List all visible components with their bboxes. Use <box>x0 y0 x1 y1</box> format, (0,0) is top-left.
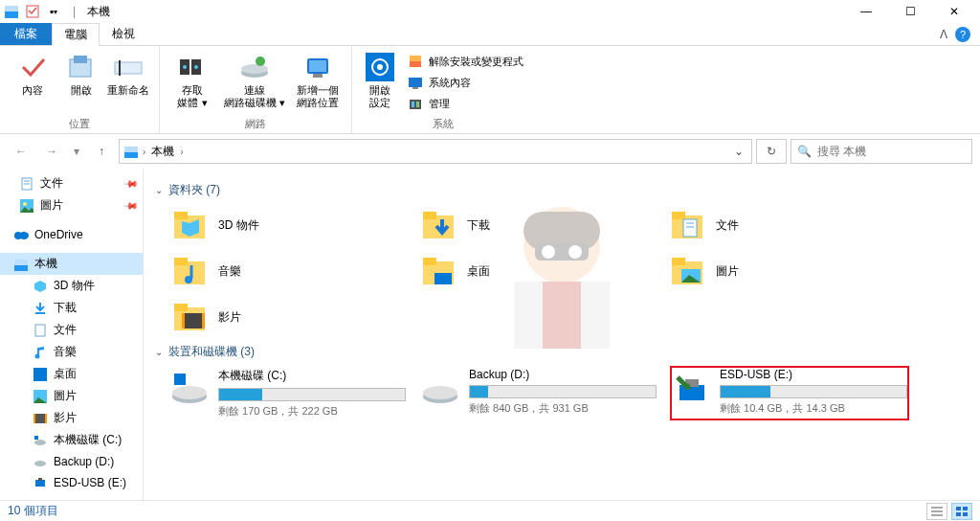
search-input[interactable]: 🔍 搜尋 本機 <box>791 139 972 164</box>
help-icon[interactable]: ? <box>955 27 970 42</box>
manage-button[interactable]: 管理 <box>404 94 527 113</box>
chevron-icon[interactable]: › <box>143 147 145 157</box>
drives-group-header[interactable]: ⌄ 裝置和磁碟機 (3) <box>155 338 969 366</box>
rename-button[interactable]: 重新命名 <box>103 48 153 115</box>
nav-cdrive[interactable]: 本機磁碟 (C:) <box>0 429 143 451</box>
group-label-network: 網路 <box>166 115 345 133</box>
ribbon-group-network: 存取媒體 ▾ 連線網路磁碟機 ▾ 新增一個網路位置 網路 <box>160 46 352 133</box>
group-label-system: 系統 <box>358 115 527 133</box>
folder-3dobjects[interactable]: 3D 物件 <box>168 204 379 246</box>
item-count: 10 個項目 <box>8 503 58 519</box>
nav-onedrive[interactable]: OneDrive <box>0 224 143 245</box>
folder-desktop[interactable]: 桌面 <box>417 250 628 292</box>
svg-rect-65 <box>672 212 685 219</box>
tab-file[interactable]: 檔案 <box>0 23 52 45</box>
svg-rect-76 <box>672 258 685 265</box>
properties-button[interactable]: 內容 <box>6 48 59 115</box>
add-network-location-button[interactable]: 新增一個網路位置 <box>290 48 345 115</box>
open-button[interactable]: 開啟 <box>61 48 101 115</box>
icons-view-button[interactable] <box>951 503 972 520</box>
svg-rect-79 <box>174 304 188 311</box>
svg-point-9 <box>183 65 187 69</box>
drive-usage-text: 剩餘 170 GB，共 222 GB <box>218 404 406 419</box>
back-button[interactable]: ← <box>8 140 34 163</box>
svg-rect-88 <box>679 385 704 400</box>
content-pane[interactable]: ⌄ 資料夾 (7) 3D 物件 下載 文件 音樂 桌面 圖片 影片 ⌄ 裝置和磁… <box>144 169 980 502</box>
folders-grid: 3D 物件 下載 文件 音樂 桌面 圖片 影片 <box>155 204 969 338</box>
maximize-button[interactable]: ☐ <box>888 0 932 23</box>
svg-rect-80 <box>184 313 203 328</box>
svg-point-47 <box>34 440 46 445</box>
nav-desktop[interactable]: 桌面 <box>0 363 143 385</box>
drive-usage-text: 剩餘 10.4 GB，共 14.3 GB <box>720 401 907 416</box>
nav-downloads[interactable]: 下載 <box>0 297 143 319</box>
nav-music[interactable]: 音樂 <box>0 341 143 363</box>
drive-icon <box>421 368 459 406</box>
tab-computer[interactable]: 電腦 <box>52 23 100 46</box>
access-media-button[interactable]: 存取媒體 ▾ <box>166 48 219 115</box>
svg-rect-46 <box>45 414 47 423</box>
svg-rect-70 <box>174 258 188 265</box>
navigation-pane[interactable]: 文件📌 圖片📌 OneDrive 本機 3D 物件 下載 文件 音樂 桌面 圖片… <box>0 169 144 502</box>
drive-usage-bar <box>469 385 657 398</box>
nav-ddrive[interactable]: Backup (D:) <box>0 451 143 472</box>
drive-usage-bar <box>218 388 406 401</box>
svg-rect-26 <box>416 102 419 107</box>
close-button[interactable]: ✕ <box>932 0 976 23</box>
nav-edrive[interactable]: ESD-USB (E:) <box>0 472 143 493</box>
drive-d[interactable]: Backup (D:)剩餘 840 GB，共 931 GB <box>419 366 658 420</box>
svg-point-33 <box>23 202 27 206</box>
folders-group-header[interactable]: ⌄ 資料夾 (7) <box>155 176 969 204</box>
svg-rect-60 <box>174 212 188 219</box>
nav-documents[interactable]: 文件📌 <box>0 172 143 194</box>
folder-music[interactable]: 音樂 <box>168 250 379 292</box>
svg-rect-96 <box>963 512 968 516</box>
search-placeholder: 搜尋 本機 <box>817 144 866 160</box>
details-view-button[interactable] <box>926 503 947 520</box>
recent-locations-button[interactable]: ▾ <box>69 140 84 163</box>
usb-drive-icon <box>672 368 710 406</box>
chevron-down-icon: ⌄ <box>155 347 163 357</box>
nav-videos[interactable]: 影片 <box>0 407 143 429</box>
pin-icon: 📌 <box>123 197 139 213</box>
ribbon-collapse-icon[interactable]: ᐱ <box>940 28 947 41</box>
separator: | <box>73 5 76 18</box>
nav-3dobjects[interactable]: 3D 物件 <box>0 275 143 297</box>
refresh-button[interactable]: ↻ <box>756 139 787 164</box>
folder-pictures[interactable]: 圖片 <box>666 250 877 292</box>
drives-header-label: 裝置和磁碟機 (3) <box>168 344 255 360</box>
minimize-button[interactable]: — <box>844 0 888 23</box>
breadcrumb-thispc[interactable]: 本機 <box>149 144 176 160</box>
qat-dropdown-icon[interactable]: ▪▾ <box>46 4 61 19</box>
svg-point-87 <box>423 386 457 399</box>
chevron-icon[interactable]: › <box>180 147 183 157</box>
drive-name: Backup (D:) <box>469 368 657 381</box>
window-controls: — ☐ ✕ <box>844 0 976 23</box>
open-settings-button[interactable]: 開啟設定 <box>358 48 402 115</box>
svg-rect-1 <box>5 6 18 11</box>
address-bar[interactable]: › 本機 › ⌄ <box>119 139 752 164</box>
nav-documents2[interactable]: 文件 <box>0 319 143 341</box>
drive-c[interactable]: 本機磁碟 (C:)剩餘 170 GB，共 222 GB <box>168 366 408 420</box>
drive-e-highlighted[interactable]: ESD-USB (E:)剩餘 10.4 GB，共 14.3 GB <box>670 366 909 420</box>
drives-grid: 本機磁碟 (C:)剩餘 170 GB，共 222 GB Backup (D:)剩… <box>155 366 969 420</box>
folder-downloads[interactable]: 下載 <box>417 204 628 246</box>
qat-properties-icon[interactable] <box>25 4 40 19</box>
svg-point-35 <box>19 232 29 239</box>
forward-button[interactable]: → <box>38 140 65 163</box>
up-button[interactable]: ↑ <box>88 140 115 163</box>
tab-view[interactable]: 檢視 <box>100 23 147 45</box>
svg-rect-36 <box>14 265 28 271</box>
address-dropdown-icon[interactable]: ⌄ <box>734 145 744 158</box>
folder-videos[interactable]: 影片 <box>168 296 379 338</box>
system-properties-button[interactable]: 系統內容 <box>404 73 527 92</box>
nav-pictures[interactable]: 圖片📌 <box>0 194 143 216</box>
drive-name: 本機磁碟 (C:) <box>218 368 406 384</box>
nav-thispc[interactable]: 本機 <box>0 253 143 275</box>
map-drive-button[interactable]: 連線網路磁碟機 ▾ <box>221 48 288 115</box>
svg-rect-22 <box>409 78 422 87</box>
svg-rect-63 <box>423 212 436 219</box>
nav-pictures2[interactable]: 圖片 <box>0 385 143 407</box>
uninstall-button[interactable]: 解除安裝或變更程式 <box>404 52 527 71</box>
folder-documents[interactable]: 文件 <box>666 204 877 246</box>
